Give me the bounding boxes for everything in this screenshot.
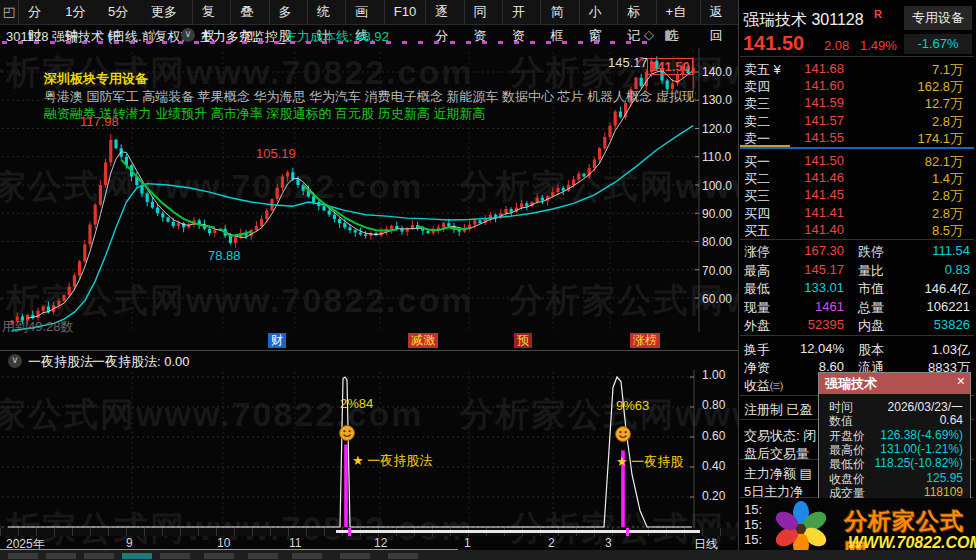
taskbar-item[interactable] xyxy=(388,553,418,559)
time-axis-label: 12 xyxy=(374,536,387,550)
stat-label: 外盘 xyxy=(744,317,770,335)
stat-label: 股本 xyxy=(858,341,884,359)
main-y-tick: 70.00 xyxy=(702,264,736,278)
buy-level-2-label: 买二 xyxy=(744,170,770,188)
menu-item-1[interactable]: 分时 xyxy=(19,0,56,24)
collapse-chevron-icon[interactable]: ∨ xyxy=(181,28,195,42)
taskbar-item[interactable] xyxy=(8,553,38,559)
buy-level-4-label: 买四 xyxy=(744,205,770,223)
taskbar-item[interactable] xyxy=(46,553,76,559)
menu-item-8[interactable]: 统计 xyxy=(307,0,345,24)
buy-level-5-price: 141.40 xyxy=(778,222,844,237)
sell-level-3-price: 141.59 xyxy=(778,95,844,110)
main-y-tick: 120.0 xyxy=(702,122,736,136)
main-y-tick: 100.0 xyxy=(702,179,736,193)
sell-level-5-vol: 7.1万 xyxy=(858,61,963,79)
popup-row-value: 126.38(-4.69%) xyxy=(847,428,963,442)
sub-indicator-name[interactable]: 一夜持股法 xyxy=(28,353,93,371)
tick-time-row: 15: xyxy=(744,517,762,532)
menu-item-13[interactable]: 开资 xyxy=(502,0,540,24)
menu-item-5[interactable]: 复权 xyxy=(192,0,230,24)
stat-value: 0.83 xyxy=(890,262,970,277)
pane-divider[interactable] xyxy=(0,350,738,351)
sub-y-tick: 0.20 xyxy=(702,489,736,503)
sell-level-1-label: 卖一 xyxy=(744,130,770,148)
menu-item-14[interactable]: 简框 xyxy=(540,0,578,24)
chart-navigator[interactable] xyxy=(0,528,738,536)
menu-item-10[interactable]: F10 xyxy=(384,0,425,24)
sub-y-tick: 0.60 xyxy=(702,429,736,443)
last-price-label: 141.50 xyxy=(647,58,693,75)
main-chart-canvas[interactable]: 深圳板块专用设备 粤港澳 国防军工 高端装备 苹果概念 华为海思 华为汽车 消费… xyxy=(0,48,700,332)
stat-value: 12.04% xyxy=(778,341,844,356)
taskbar-item[interactable] xyxy=(292,553,322,559)
annotation-arrow-icon: ↗ xyxy=(634,53,645,68)
menu-item-16[interactable]: 标记 xyxy=(617,0,655,24)
popup-title[interactable]: 强瑞技术 xyxy=(819,373,970,394)
taskbar-item[interactable] xyxy=(160,553,190,559)
smiley-emoji xyxy=(340,426,355,441)
event-badge-2[interactable]: 减激 xyxy=(408,333,438,348)
event-badge-4[interactable]: 涨榜 xyxy=(630,333,660,348)
panel-separator xyxy=(740,239,974,240)
annotation-peak1: 117.98 xyxy=(80,114,119,129)
industry-tag[interactable]: 专用设备 xyxy=(904,6,972,30)
stat-label: 净资 xyxy=(744,359,770,377)
navigator-thumb[interactable] xyxy=(336,530,700,533)
sub-y-tick: 1.00 xyxy=(702,368,736,382)
sell-level-2-label: 卖二 xyxy=(744,113,770,131)
menu-item-4[interactable]: 更多 〉 xyxy=(142,0,192,24)
sell-level-4-label: 卖四 xyxy=(744,78,770,96)
stat-label: 收益㈢ xyxy=(744,377,783,395)
close-icon[interactable]: × xyxy=(957,373,965,389)
menu-item-9[interactable]: 画线 xyxy=(345,0,383,24)
time-axis-label: 9 xyxy=(126,536,133,550)
signal1-value: 2%84 xyxy=(340,396,373,411)
stat-value: 106221 xyxy=(890,299,970,314)
sell-level-2-vol: 2.8万 xyxy=(858,113,963,131)
sell-level-2-price: 141.57 xyxy=(778,113,844,128)
stat-value: 167.30 xyxy=(778,243,844,258)
buy-level-1-vol: 82.1万 xyxy=(858,153,963,171)
menu-item-18[interactable]: 返回 xyxy=(700,0,738,24)
stat-value: 52395 xyxy=(778,317,844,332)
sell-level-3-label: 卖三 xyxy=(744,95,770,113)
main-y-tick: 140.0 xyxy=(702,65,736,79)
main-y-tick: 90.00 xyxy=(702,207,736,221)
popup-row-value: 0.64 xyxy=(847,413,963,427)
taskbar-item[interactable] xyxy=(122,553,152,559)
menu-item-11[interactable]: 逐分 xyxy=(425,0,463,24)
price-change: 2.08 xyxy=(824,38,849,53)
buy-level-5-label: 买五 xyxy=(744,222,770,240)
signal2-text: ★ 一夜持股 xyxy=(616,453,694,471)
stat-label: 现量 xyxy=(744,299,770,317)
menu-item-3[interactable]: 5分钟 xyxy=(99,0,142,24)
time-axis-label: 2 xyxy=(548,536,555,550)
buy-level-2-vol: 1.4万 xyxy=(858,170,963,188)
menu-item-7[interactable]: 多股 xyxy=(269,0,307,24)
menu-item-17[interactable]: +自选 xyxy=(656,0,700,24)
stat-value: 1461 xyxy=(778,299,844,314)
bottom-taskbar[interactable] xyxy=(0,550,976,560)
menu-item-6[interactable]: 叠加 xyxy=(230,0,268,24)
price-change-pct: 1.49% xyxy=(860,38,897,53)
taskbar-item[interactable] xyxy=(248,553,278,559)
menu-item-2[interactable]: 1分钟 xyxy=(56,0,99,24)
menu-item-12[interactable]: 同资 xyxy=(464,0,502,24)
sub-chart-canvas[interactable] xyxy=(0,370,700,532)
time-axis-label: 3 xyxy=(605,536,612,550)
diamond-icon[interactable]: ◇ xyxy=(644,27,654,42)
time-axis-label: 11 xyxy=(289,536,301,550)
menu-item-15[interactable]: 小窗 xyxy=(579,0,617,24)
event-badge-3[interactable]: 预 xyxy=(514,333,532,348)
stat-value: 1.03亿 xyxy=(890,341,970,359)
window-layout-icon[interactable]: ◰ xyxy=(0,0,19,24)
event-badge-1[interactable]: 财 xyxy=(268,333,286,348)
taskbar-item[interactable] xyxy=(84,553,114,559)
pane-split-icon[interactable]: ◧ xyxy=(664,27,676,42)
taskbar-item[interactable] xyxy=(204,553,234,559)
sell-level-1-price: 141.55 xyxy=(778,130,844,145)
main-y-tick: 80.00 xyxy=(702,235,736,249)
taskbar-item[interactable] xyxy=(340,553,370,559)
sub-collapse-icon[interactable]: ∨ xyxy=(8,354,22,368)
